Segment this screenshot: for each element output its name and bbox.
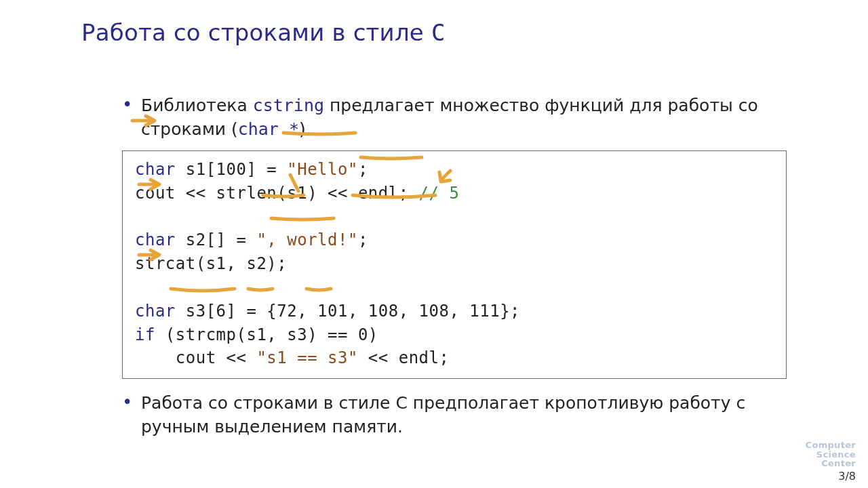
kw-char-3: char	[135, 302, 176, 321]
bullet1-text-a: Библиотека	[141, 96, 253, 115]
code-l3d: ;	[358, 230, 368, 249]
logo-line-2: Science	[806, 450, 856, 460]
code-block: char s1[100] = "Hello"; cout << strlen(s…	[122, 150, 787, 379]
title-text: Работа со строками в стиле	[81, 19, 431, 46]
code-l2a: cout << strlen(s1) << endl;	[135, 184, 419, 203]
logo-line-1: Computer	[806, 441, 856, 450]
bullet1-text-c: ).	[299, 119, 311, 139]
str-s1s3: "s1 == s3"	[256, 348, 358, 367]
kw-char-2: char	[135, 230, 176, 249]
logo: Computer Science Center	[806, 441, 856, 468]
code-l3b: s2[] =	[176, 230, 257, 249]
cmt-five: // 5	[419, 184, 460, 203]
bullet-item-1: Библиотека cstring предлагает множество …	[122, 94, 787, 141]
code-l1d: ;	[358, 160, 368, 179]
str-hello: "Hello"	[287, 160, 358, 179]
code-l7c: << endl;	[358, 348, 450, 367]
kw-if: if	[135, 325, 155, 344]
str-world: ", world!"	[256, 230, 358, 249]
code-l1b: s1[100] =	[176, 160, 287, 179]
inline-code-charptr: char *	[238, 119, 299, 139]
kw-char-1: char	[135, 160, 176, 179]
logo-line-3: Center	[806, 459, 856, 468]
slide-title: Работа со строками в стиле C	[81, 19, 787, 46]
code-l6b: (strcmp(s1, s3) == 0)	[155, 325, 378, 344]
bullet-item-2: Работа со строками в стиле C предполагае…	[122, 391, 787, 439]
slide: Работа со строками в стиле C Библиотека …	[0, 0, 868, 488]
bullet-list-2: Работа со строками в стиле C предполагае…	[122, 391, 787, 439]
inline-code-cstring: cstring	[253, 96, 324, 115]
code-l4: strcat(s1, s2);	[135, 254, 287, 273]
title-code: C	[431, 19, 446, 46]
page-number: 3/8	[806, 470, 856, 483]
slide-footer: Computer Science Center 3/8	[806, 441, 856, 483]
code-l7a: cout <<	[135, 348, 256, 367]
bullet2-text: Работа со строками в стиле C предполагае…	[141, 393, 745, 436]
bullet-list: Библиотека cstring предлагает множество …	[122, 94, 787, 141]
code-l5b: s3[6] = {72, 101, 108, 108, 111};	[176, 302, 520, 321]
